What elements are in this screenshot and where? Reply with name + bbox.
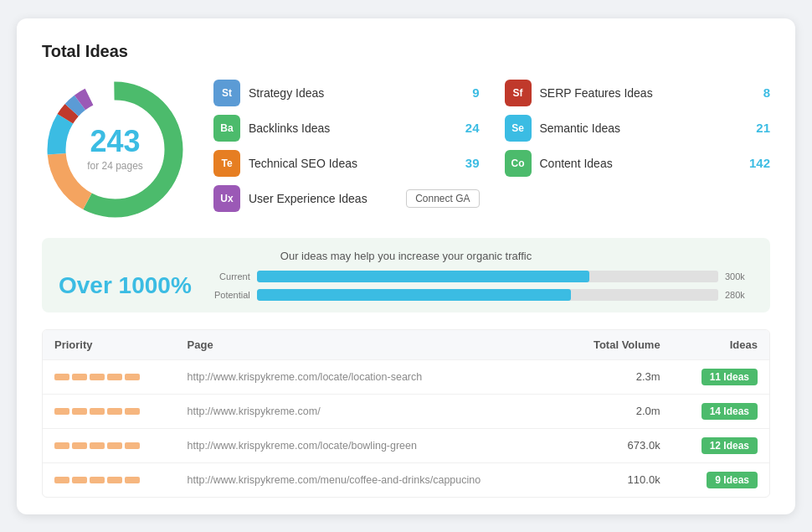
traffic-inner: Over 1000% Current 300k Potential 280k [59,271,753,301]
priority-bar [125,408,140,415]
priority-bar [72,477,87,483]
idea-row-technical: Te Technical SEO Ideas 39 [213,150,480,177]
label-backlinks: Backlinks Ideas [249,121,448,135]
idea-row-ux: Ux User Experience Ideas Connect GA [213,185,480,212]
bar-track-current [257,271,718,282]
idea-row-serp: Sf SERP Features Ideas 8 [505,80,771,106]
ideas-badge: 14 Ideas [702,403,758,420]
badge-technical: Te [213,150,240,177]
col-volume: Total Volume [562,330,671,360]
count-technical: 39 [456,156,480,170]
main-card: Total Ideas 243 for 24 pages [17,18,795,514]
priority-bar [90,408,105,415]
connect-ga-button[interactable]: Connect GA [406,189,479,208]
traffic-percentage: Over 1000% [59,272,192,299]
bar-track-potential [257,289,718,301]
idea-row-content: Co Content Ideas 142 [505,150,771,177]
priority-bar [107,477,122,483]
priority-cell [43,428,176,462]
url-cell: http://www.krispykreme.com/locate/bowlin… [176,428,563,462]
table-row: http://www.krispykreme.com/locate/locati… [43,359,769,394]
url-cell: http://www.krispykreme.com/locate/locati… [176,359,563,394]
url-cell: http://www.krispykreme.com/ [176,394,563,428]
donut-subtitle: for 24 pages [87,160,143,172]
bar-val-potential: 280k [725,290,753,300]
priority-bar [72,408,87,415]
idea-row-backlinks: Ba Backlinks Ideas 24 [213,115,480,142]
label-content: Content Ideas [540,157,739,170]
url-cell: http://www.krispykreme.com/menu/coffee-a… [176,462,563,497]
ideas-grid: St Strategy Ideas 9 Sf SERP Features Ide… [213,76,770,212]
ideas-badge: 9 Ideas [707,472,758,488]
url-text: http://www.krispykreme.com/locate/locati… [188,371,423,383]
bar-label-potential: Potential [207,290,250,300]
priority-bars [54,477,164,483]
priority-bar [107,374,122,380]
total-ideas-count: 243 [87,127,143,157]
ideas-badge: 11 Ideas [702,369,758,385]
priority-cell [43,462,176,497]
priority-bar [90,442,105,449]
empty-cell [505,185,771,212]
traffic-bars: Current 300k Potential 280k [207,271,753,301]
idea-row-semantic: Se Semantic Ideas 21 [505,115,771,142]
volume-cell: 2.0m [562,394,671,428]
count-content: 142 [747,156,770,170]
table-row: http://www.krispykreme.com/menu/coffee-a… [43,462,769,497]
priority-bar [54,477,69,483]
col-page: Page [176,330,563,360]
bar-row-potential: Potential 280k [207,289,753,301]
ideas-cell: 9 Ideas [672,462,769,497]
ideas-badge: 12 Ideas [702,437,758,454]
traffic-title: Our ideas may help you increase your org… [59,250,753,262]
bar-val-current: 300k [725,271,753,281]
priority-bar [54,374,69,380]
priority-bars [54,374,164,380]
url-text: http://www.krispykreme.com/locate/bowlin… [188,440,417,452]
badge-backlinks: Ba [213,115,240,142]
label-strategy: Strategy Ideas [249,86,448,100]
badge-serp: Sf [505,80,532,106]
label-technical: Technical SEO Ideas [249,157,448,170]
top-section: 243 for 24 pages St Strategy Ideas 9 Sf … [42,76,770,223]
badge-content: Co [505,150,532,177]
badge-semantic: Se [505,115,532,142]
count-semantic: 21 [747,121,770,135]
col-priority: Priority [43,330,176,360]
label-ux: User Experience Ideas [249,192,398,205]
priority-cell [43,394,176,428]
url-text: http://www.krispykreme.com/menu/coffee-a… [188,474,481,486]
bar-fill-potential [257,289,571,301]
priority-cell [43,359,176,394]
priority-bar [107,408,122,415]
traffic-section: Our ideas may help you increase your org… [42,238,770,312]
col-ideas: Ideas [672,330,769,360]
bar-label-current: Current [207,271,250,281]
priority-bars [54,442,164,449]
badge-strategy: St [213,80,240,106]
volume-cell: 673.0k [562,428,671,462]
table-row: http://www.krispykreme.com/ 2.0m 14 Idea… [43,394,769,428]
priority-bar [125,477,140,483]
label-semantic: Semantic Ideas [540,121,739,135]
priority-bar [90,374,105,380]
idea-row-strategy: St Strategy Ideas 9 [213,80,480,106]
priority-bar [72,442,87,449]
table-header-row: Priority Page Total Volume Ideas [43,330,769,360]
bar-row-current: Current 300k [207,271,753,282]
url-text: http://www.krispykreme.com/ [188,405,321,417]
page-title: Total Ideas [42,42,770,61]
badge-ux: Ux [213,185,240,212]
table-row: http://www.krispykreme.com/locate/bowlin… [43,428,769,462]
volume-cell: 110.0k [562,462,671,497]
pages-table: Priority Page Total Volume Ideas [42,329,770,498]
priority-bar [107,442,122,449]
priority-bar [90,477,105,483]
priority-bar [72,374,87,380]
ideas-cell: 14 Ideas [672,394,769,428]
priority-bar [125,442,140,449]
count-serp: 8 [747,85,770,100]
bar-fill-current [257,271,589,282]
label-serp: SERP Features Ideas [540,86,739,100]
donut-chart: 243 for 24 pages [42,76,188,223]
